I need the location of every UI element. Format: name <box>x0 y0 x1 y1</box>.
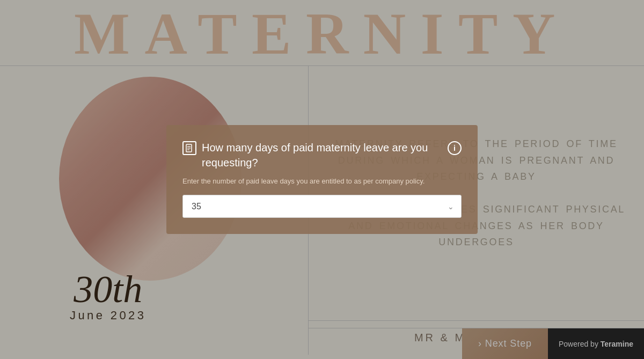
modal-input-wrapper: 35 30 40 45 50 60 90 ⌄ <box>182 195 462 218</box>
modal-title: How many days of paid maternity leave ar… <box>202 140 448 170</box>
doc-icon <box>182 141 196 155</box>
modal-title-row: How many days of paid maternity leave ar… <box>182 140 448 170</box>
modal-subtitle: Enter the number of paid leave days you … <box>182 177 462 186</box>
modal-overlay: How many days of paid maternity leave ar… <box>0 0 644 359</box>
days-input[interactable]: 35 30 40 45 50 60 90 <box>182 195 462 218</box>
modal-header: How many days of paid maternity leave ar… <box>182 140 462 170</box>
modal: How many days of paid maternity leave ar… <box>166 125 478 234</box>
info-icon[interactable]: i <box>448 141 462 155</box>
